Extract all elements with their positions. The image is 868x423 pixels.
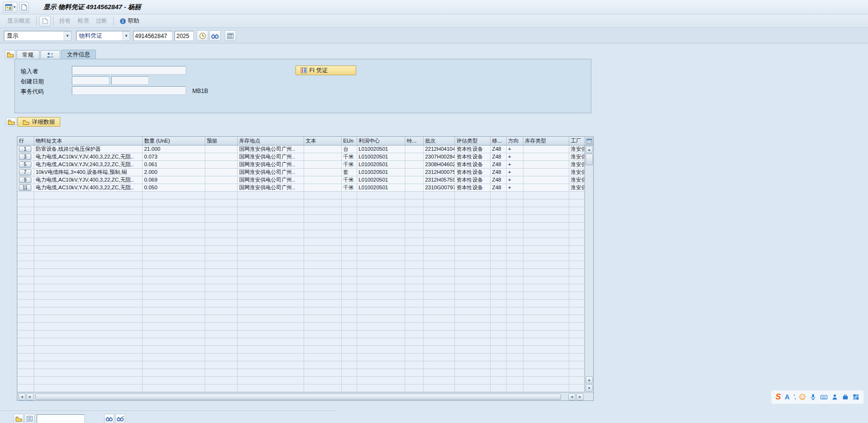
cell[interactable] (205, 176, 238, 184)
header-expand-button[interactable] (5, 50, 15, 59)
cell[interactable] (424, 300, 455, 307)
cell[interactable] (491, 269, 507, 277)
cell[interactable] (405, 292, 424, 300)
cell[interactable] (34, 253, 143, 261)
cell[interactable] (455, 377, 491, 384)
cell[interactable] (507, 369, 523, 377)
cell[interactable] (491, 338, 507, 346)
cell[interactable] (491, 199, 507, 207)
cell[interactable]: 淮安供 (569, 176, 585, 184)
cell[interactable] (507, 300, 523, 307)
cell[interactable] (523, 176, 569, 184)
cell[interactable] (507, 199, 523, 207)
cell[interactable]: 资本性设备 (455, 169, 491, 176)
cell[interactable] (405, 300, 424, 307)
cell[interactable] (405, 223, 424, 230)
cell[interactable] (238, 253, 304, 261)
column-header-5[interactable]: 库存地点 (238, 137, 304, 145)
cell[interactable] (304, 184, 342, 192)
cell[interactable] (342, 315, 357, 323)
cell[interactable] (405, 199, 424, 207)
cell[interactable] (569, 338, 585, 346)
cell[interactable] (357, 215, 405, 223)
cell[interactable] (455, 246, 491, 253)
row-select-cell[interactable] (17, 199, 34, 207)
cell[interactable] (507, 238, 523, 246)
cell[interactable] (523, 292, 569, 300)
cell[interactable]: 电力电缆,AC10kV,YJV,400,3,22,ZC,无阻.. (34, 184, 143, 192)
cell[interactable]: L010020501 (357, 184, 405, 192)
cell[interactable] (455, 215, 491, 223)
cell[interactable] (569, 238, 585, 246)
row-select-cell[interactable]: 1 (17, 145, 34, 153)
cell[interactable] (304, 253, 342, 261)
cell[interactable]: 千米 (342, 153, 357, 161)
cell[interactable] (569, 284, 585, 292)
cell[interactable]: + (507, 176, 523, 184)
cell[interactable] (569, 330, 585, 338)
row-select-button[interactable]: 7 (19, 169, 31, 175)
cell[interactable] (424, 330, 455, 338)
scroll-up-icon[interactable]: ▲ (586, 146, 593, 153)
cell[interactable]: 电力电缆,AC10kV,YJV,400,3,22,ZC,无阻.. (34, 153, 143, 161)
bottom-folder-button[interactable] (13, 414, 24, 423)
cell[interactable]: 国网淮安供电公司广州.. (238, 161, 304, 169)
cell[interactable] (143, 346, 205, 354)
cell[interactable] (507, 215, 523, 223)
cell[interactable] (143, 261, 205, 269)
cell[interactable] (424, 292, 455, 300)
cell[interactable]: 2.000 (143, 169, 205, 176)
created-date-input[interactable] (72, 76, 109, 85)
cell[interactable] (455, 207, 491, 215)
row-select-cell[interactable] (17, 253, 34, 261)
cell[interactable]: 0.069 (143, 176, 205, 184)
cell[interactable] (424, 253, 455, 261)
cell[interactable] (405, 338, 424, 346)
cell[interactable] (205, 323, 238, 330)
document-number-input[interactable] (133, 31, 173, 41)
cell[interactable] (238, 230, 304, 238)
cell[interactable] (455, 223, 491, 230)
row-select-cell[interactable] (17, 346, 34, 354)
column-header-9[interactable]: 特... (405, 137, 424, 145)
cell[interactable] (405, 207, 424, 215)
column-header-14[interactable]: 库存类型 (523, 137, 569, 145)
cell[interactable] (523, 199, 569, 207)
cell[interactable] (143, 330, 205, 338)
row-select-cell[interactable] (17, 223, 34, 230)
cell[interactable] (357, 284, 405, 292)
cell[interactable] (205, 145, 238, 153)
cell[interactable] (238, 330, 304, 338)
cell[interactable] (424, 346, 455, 354)
cell[interactable] (405, 384, 424, 392)
cell[interactable]: + (507, 161, 523, 169)
cell[interactable]: L010020501 (357, 153, 405, 161)
cell[interactable]: 淮安供 (569, 169, 585, 176)
cell[interactable] (455, 346, 491, 354)
column-header-12[interactable]: 移... (491, 137, 507, 145)
cell[interactable]: + (507, 145, 523, 153)
cell[interactable] (491, 215, 507, 223)
cell[interactable] (238, 269, 304, 277)
row-select-cell[interactable] (17, 384, 34, 392)
cell[interactable] (491, 223, 507, 230)
cell[interactable] (357, 199, 405, 207)
cell[interactable] (357, 253, 405, 261)
column-header-11[interactable]: 评估类型 (455, 137, 491, 145)
cell[interactable] (342, 199, 357, 207)
cell[interactable] (424, 384, 455, 392)
cell[interactable] (523, 161, 569, 169)
cell[interactable] (143, 253, 205, 261)
cell[interactable] (34, 315, 143, 323)
cell[interactable] (424, 230, 455, 238)
cell[interactable] (205, 253, 238, 261)
cell[interactable] (569, 307, 585, 315)
cell[interactable] (143, 307, 205, 315)
cell[interactable]: Z48 (491, 153, 507, 161)
cell[interactable]: 2310G00797 (424, 184, 455, 192)
cell[interactable] (205, 377, 238, 384)
cell[interactable] (424, 199, 455, 207)
cell[interactable] (34, 207, 143, 215)
cell[interactable] (205, 192, 238, 199)
cell[interactable] (342, 261, 357, 269)
